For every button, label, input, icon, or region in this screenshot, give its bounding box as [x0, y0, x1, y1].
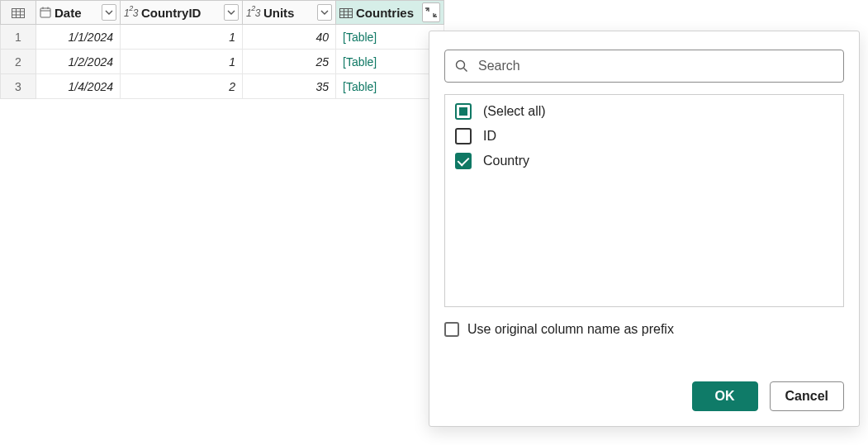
column-header-countryid[interactable]: 123 CountryID	[121, 0, 243, 25]
cell-countryid[interactable]: 1	[121, 25, 243, 50]
search-box[interactable]	[444, 50, 844, 83]
search-input[interactable]	[477, 58, 833, 74]
column-header-units[interactable]: 123 Units	[243, 0, 336, 25]
cancel-button[interactable]: Cancel	[770, 381, 844, 411]
svg-rect-9	[340, 9, 353, 18]
search-icon	[455, 59, 468, 73]
svg-point-14	[457, 61, 465, 69]
option-label: Country	[483, 154, 529, 168]
popup-footer: OK Cancel	[444, 362, 844, 411]
expand-columns-popup: (Select all) ID Country Use original col…	[429, 31, 860, 427]
cell-date[interactable]: 1/2/2024	[36, 50, 121, 74]
expand-icon	[425, 7, 438, 18]
column-header-date[interactable]: Date	[36, 0, 121, 25]
column-label: Countries	[356, 6, 414, 20]
column-label: Units	[263, 6, 295, 20]
filter-dropdown-button[interactable]	[317, 4, 332, 21]
column-label: CountryID	[141, 6, 202, 20]
option-label: (Select all)	[483, 104, 546, 119]
filter-dropdown-button[interactable]	[102, 4, 116, 21]
svg-rect-5	[40, 8, 50, 17]
corner-cell[interactable]	[0, 0, 36, 25]
option-id[interactable]: ID	[455, 128, 833, 144]
option-label: ID	[483, 129, 496, 144]
row-number[interactable]: 1	[0, 25, 36, 50]
chevron-down-icon	[105, 10, 113, 15]
filter-dropdown-button[interactable]	[224, 4, 239, 21]
option-country[interactable]: Country	[455, 153, 833, 169]
svg-line-15	[464, 69, 467, 72]
number-type-icon: 123	[246, 6, 260, 19]
cell-date[interactable]: 1/1/2024	[36, 25, 121, 50]
cell-countryid[interactable]: 2	[121, 74, 243, 99]
column-header-countries[interactable]: Countries	[336, 0, 444, 25]
checkbox-unchecked[interactable]	[455, 128, 472, 144]
row-number[interactable]: 2	[0, 50, 36, 74]
checkbox-checked[interactable]	[455, 153, 472, 169]
expand-button[interactable]	[422, 2, 440, 22]
cell-countryid[interactable]: 1	[121, 50, 243, 74]
cell-units[interactable]: 40	[243, 25, 336, 50]
prefix-label: Use original column name as prefix	[467, 322, 674, 337]
calendar-icon	[40, 7, 51, 18]
svg-rect-0	[12, 9, 25, 18]
number-type-icon: 123	[124, 6, 138, 19]
table-icon	[339, 7, 353, 17]
table-icon	[12, 7, 25, 17]
checkbox-unchecked[interactable]	[444, 322, 459, 337]
cell-date[interactable]: 1/4/2024	[36, 74, 121, 99]
header-row: Date 123 CountryID 123 Units Countries	[0, 0, 868, 25]
cell-units[interactable]: 35	[243, 74, 336, 99]
option-select-all[interactable]: (Select all)	[455, 103, 833, 120]
prefix-option[interactable]: Use original column name as prefix	[444, 322, 844, 337]
row-number[interactable]: 3	[0, 74, 36, 99]
ok-button[interactable]: OK	[692, 381, 758, 411]
cell-units[interactable]: 25	[243, 50, 336, 74]
column-label: Date	[55, 6, 82, 20]
chevron-down-icon	[227, 10, 235, 15]
checkbox-indeterminate[interactable]	[455, 103, 472, 120]
chevron-down-icon	[320, 10, 329, 15]
column-options-list: (Select all) ID Country	[444, 94, 844, 307]
